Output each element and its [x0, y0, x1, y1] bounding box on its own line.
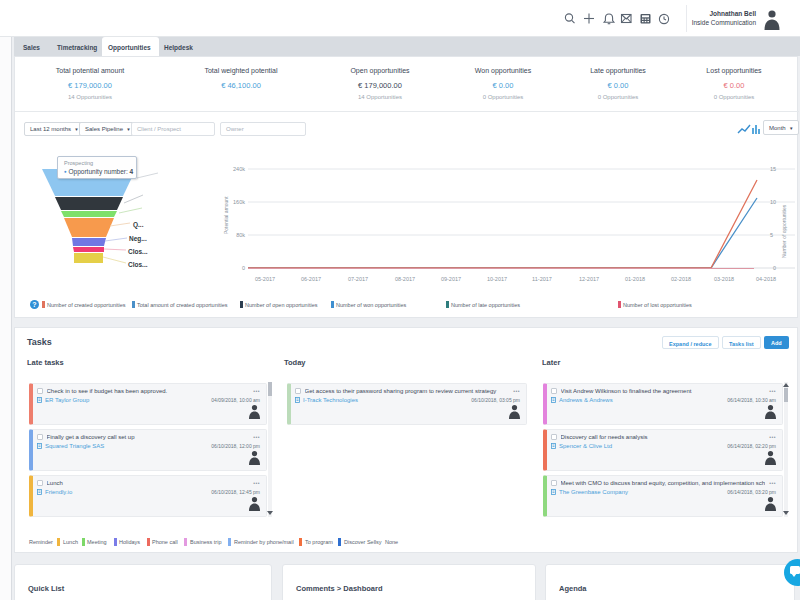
- svg-text:11-2017: 11-2017: [532, 276, 552, 282]
- svg-text:04-2018: 04-2018: [756, 276, 776, 282]
- svg-text:05-2017: 05-2017: [255, 276, 275, 282]
- svg-text:Clos...: Clos...: [128, 261, 148, 268]
- svg-text:02-2018: 02-2018: [671, 276, 691, 282]
- svg-text:03-2018: 03-2018: [714, 276, 734, 282]
- svg-text:80k: 80k: [236, 232, 245, 238]
- svg-text:01-2018: 01-2018: [625, 276, 645, 282]
- svg-text:15: 15: [770, 166, 776, 172]
- svg-text:08-2017: 08-2017: [395, 276, 415, 282]
- svg-text:12-2017: 12-2017: [579, 276, 599, 282]
- svg-text:Q...: Q...: [133, 221, 144, 229]
- svg-text:0: 0: [773, 265, 776, 271]
- svg-text:07-2017: 07-2017: [348, 276, 368, 282]
- svg-text:Potential amount: Potential amount: [223, 196, 229, 234]
- svg-text:160k: 160k: [233, 199, 245, 205]
- svg-text:06-2017: 06-2017: [301, 276, 321, 282]
- svg-text:5: 5: [770, 232, 773, 238]
- svg-text:Number of opportunities: Number of opportunities: [781, 204, 787, 258]
- svg-text:Clos...: Clos...: [128, 248, 148, 255]
- svg-text:10: 10: [770, 199, 776, 205]
- svg-text:0: 0: [242, 265, 245, 271]
- svg-text:Neg...: Neg...: [129, 235, 147, 243]
- svg-text:10-2017: 10-2017: [487, 276, 507, 282]
- svg-text:240k: 240k: [233, 166, 245, 172]
- svg-text:09-2017: 09-2017: [441, 276, 461, 282]
